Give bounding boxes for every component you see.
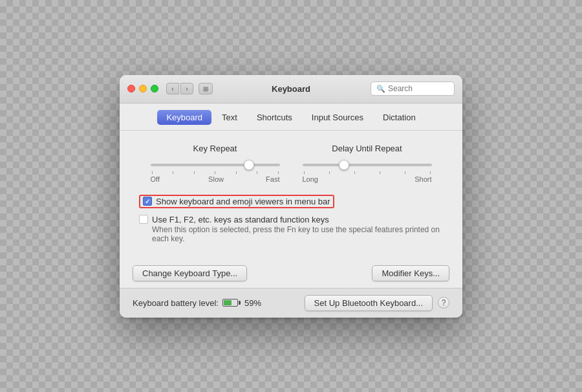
tick bbox=[152, 171, 153, 174]
key-repeat-ticks bbox=[151, 171, 280, 174]
window-title: Keyboard bbox=[272, 84, 310, 94]
battery-fill bbox=[224, 300, 232, 305]
show-keyboard-emoji-row: Show keyboard and emoji viewers in menu … bbox=[139, 195, 443, 208]
bottom-buttons: Change Keyboard Type... Modifier Keys... bbox=[120, 255, 462, 288]
delay-until-repeat-short-label: Short bbox=[415, 175, 431, 183]
delay-until-repeat-label: Delay Until Repeat bbox=[332, 144, 402, 153]
search-icon: 🔍 bbox=[376, 85, 385, 93]
maximize-button[interactable] bbox=[151, 85, 158, 93]
tab-shortcuts[interactable]: Shortcuts bbox=[248, 110, 301, 125]
tick bbox=[278, 171, 279, 174]
tick bbox=[215, 171, 215, 174]
delay-until-repeat-range-labels: Long Short bbox=[303, 175, 432, 183]
sliders-row: Key Repeat Off Slow bbox=[139, 144, 443, 183]
traffic-lights bbox=[127, 85, 158, 93]
tick bbox=[354, 171, 355, 174]
back-icon: ‹ bbox=[171, 85, 173, 93]
tick bbox=[329, 171, 330, 174]
show-keyboard-emoji-checkbox-wrapper[interactable]: Show keyboard and emoji viewers in menu … bbox=[139, 195, 334, 208]
key-repeat-label: Key Repeat bbox=[193, 144, 237, 153]
battery-percent: 59% bbox=[244, 298, 261, 308]
forward-icon: › bbox=[186, 85, 188, 93]
show-keyboard-emoji-checkbox[interactable] bbox=[143, 197, 152, 206]
tab-text[interactable]: Text bbox=[213, 110, 246, 125]
tick bbox=[194, 171, 195, 174]
key-repeat-fast-label: Fast bbox=[266, 175, 279, 183]
key-repeat-thumb[interactable] bbox=[244, 160, 254, 170]
tick bbox=[430, 171, 431, 174]
delay-until-repeat-track bbox=[303, 164, 432, 166]
options-section: Show keyboard and emoji viewers in menu … bbox=[139, 195, 443, 243]
battery-label: Keyboard battery level: bbox=[133, 298, 219, 308]
tick bbox=[380, 171, 380, 174]
battery-body bbox=[222, 299, 238, 307]
show-keyboard-emoji-label: Show keyboard and emoji viewers in menu … bbox=[156, 197, 330, 206]
change-keyboard-type-button[interactable]: Change Keyboard Type... bbox=[133, 265, 247, 281]
grid-icon: ⊞ bbox=[203, 85, 208, 93]
statusbar-right: Set Up Bluetooth Keyboard... ? bbox=[305, 295, 449, 311]
key-repeat-slider-container[interactable] bbox=[151, 158, 280, 171]
tick bbox=[405, 171, 405, 174]
delay-until-repeat-group: Delay Until Repeat Long Short bbox=[303, 144, 432, 183]
tab-keyboard[interactable]: Keyboard bbox=[157, 110, 211, 125]
help-button[interactable]: ? bbox=[438, 297, 449, 309]
modifier-keys-button[interactable]: Modifier Keys... bbox=[372, 265, 449, 281]
delay-until-repeat-slider-container[interactable] bbox=[303, 158, 432, 171]
battery-section: Keyboard battery level: 59% bbox=[133, 298, 261, 308]
delay-until-repeat-ticks bbox=[303, 171, 432, 174]
tab-dictation[interactable]: Dictation bbox=[374, 110, 425, 125]
use-fn-keys-label: Use F1, F2, etc. keys as standard functi… bbox=[152, 215, 329, 224]
use-fn-keys-checkbox-wrapper[interactable]: Use F1, F2, etc. keys as standard functi… bbox=[139, 215, 329, 224]
tick bbox=[257, 171, 257, 174]
tick bbox=[304, 171, 305, 174]
key-repeat-off-label: Off bbox=[151, 175, 160, 183]
tab-input-sources[interactable]: Input Sources bbox=[303, 110, 372, 125]
tabbar: Keyboard Text Shortcuts Input Sources Di… bbox=[120, 103, 462, 131]
setup-bluetooth-button[interactable]: Set Up Bluetooth Keyboard... bbox=[305, 295, 433, 311]
keyboard-preferences-window: ‹ › ⊞ Keyboard 🔍 Keyboard Text Shortcuts… bbox=[120, 75, 462, 318]
forward-button[interactable]: › bbox=[180, 83, 193, 94]
key-repeat-group: Key Repeat Off Slow bbox=[151, 144, 280, 183]
delay-until-repeat-long-label: Long bbox=[303, 175, 318, 183]
search-input[interactable] bbox=[388, 84, 449, 93]
grid-button[interactable]: ⊞ bbox=[199, 83, 213, 94]
nav-buttons: ‹ › bbox=[166, 83, 193, 94]
titlebar: ‹ › ⊞ Keyboard 🔍 bbox=[120, 75, 462, 103]
statusbar: Keyboard battery level: 59% Set Up Bluet… bbox=[120, 288, 462, 318]
use-fn-keys-checkbox[interactable] bbox=[139, 215, 148, 224]
close-button[interactable] bbox=[127, 85, 135, 93]
key-repeat-slow-label: Slow bbox=[208, 175, 224, 183]
search-box: 🔍 bbox=[371, 82, 455, 96]
content-area: Key Repeat Off Slow bbox=[120, 131, 462, 255]
use-fn-keys-row: Use F1, F2, etc. keys as standard functi… bbox=[139, 215, 443, 243]
key-repeat-range-labels: Off Slow Fast bbox=[151, 175, 280, 183]
battery-tip bbox=[239, 301, 241, 305]
back-button[interactable]: ‹ bbox=[166, 83, 179, 94]
tick bbox=[236, 171, 237, 174]
delay-until-repeat-thumb[interactable] bbox=[339, 160, 349, 170]
use-fn-keys-sublabel: When this option is selected, press the … bbox=[139, 225, 443, 243]
key-repeat-track bbox=[151, 164, 280, 166]
minimize-button[interactable] bbox=[139, 85, 147, 93]
battery-icon bbox=[222, 299, 241, 307]
tick bbox=[173, 171, 173, 174]
